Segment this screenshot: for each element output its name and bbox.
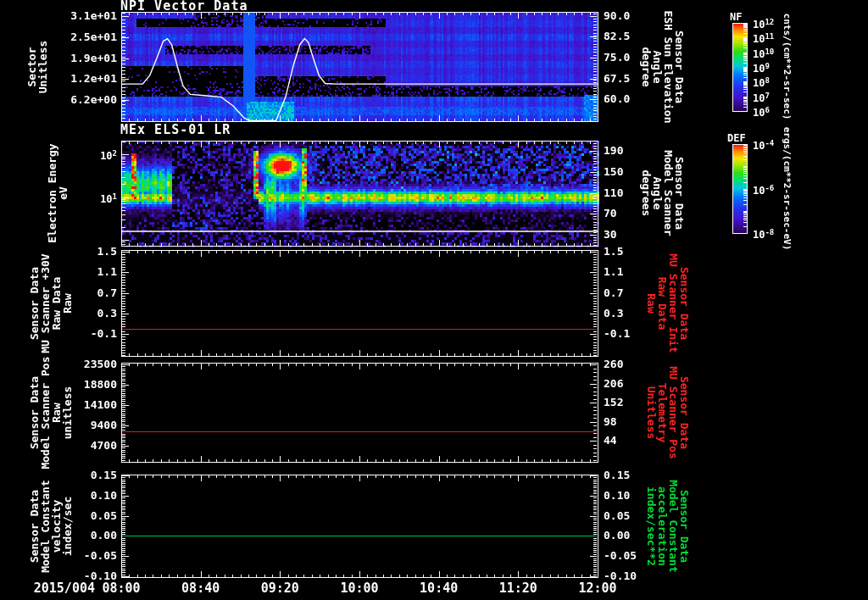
science-plot-screen: NPI Vector Data MEx ELS-01 LR NF DEF 201… (0, 0, 868, 600)
y-tick-label-right: 1.1 (604, 266, 623, 278)
panel2-title: MEx ELS-01 LR (120, 124, 231, 136)
y-tick-label-right: 30 (604, 229, 617, 241)
y-tick-label-right: 1.5 (604, 246, 623, 258)
y-tick-label-right: 150 (604, 166, 623, 178)
colorbar-tick-label: 1011 (753, 31, 774, 42)
axis-label-line: index/sec**2 (646, 454, 657, 598)
axis-label-line: ESH Sun Elevation (663, 0, 674, 139)
x-tick-label: 09:20 (250, 582, 309, 594)
y-tick-label-right: 70 (604, 208, 617, 219)
colorbar-tick-label: 1012 (753, 16, 774, 28)
axis-label-line: degree (641, 0, 652, 139)
y-tick-label-right: 190 (604, 145, 623, 157)
panel-mu-scanner-30v-plot-area (121, 250, 598, 356)
right-axis-title: Sensor DataModel Constantaccelerationind… (646, 454, 690, 598)
y-tick-label-right: 0.00 (604, 530, 630, 542)
axis-label-line: Unitless (37, 0, 48, 139)
axis-label-line: Model Constant (668, 454, 679, 598)
colorbar-tick-label: 10-8 (753, 226, 774, 238)
y-tick-label-right: 110 (604, 187, 623, 199)
panel-els-plot-area (121, 141, 598, 246)
y-tick-label-right: -0.1 (604, 328, 630, 340)
colorbar-tick-label: 10-4 (753, 137, 774, 149)
colorbar-tick-label: 107 (753, 90, 770, 102)
y-tick-label-right: -0.05 (604, 550, 637, 562)
y-tick-label: 102 (88, 147, 117, 159)
colorbar-tick-label: 109 (753, 60, 770, 72)
y-tick-label-right: 260 (604, 358, 623, 370)
colorbar-tick-label: 108 (753, 75, 770, 86)
y-tick-label-right: 44 (604, 435, 617, 447)
y-tick-label: 101 (88, 191, 117, 203)
y-tick-label-right: 152 (604, 397, 623, 408)
y-tick-label-right: 0.15 (604, 469, 630, 481)
panel-model-constant-plot-area (121, 475, 598, 577)
y-tick-label-right: 82.5 (604, 31, 630, 42)
left-axis-title: Sensor DataModel Constantvelocityindex/s… (29, 454, 73, 598)
panel-scanner-pos-plot-area (121, 363, 598, 462)
panel-npi-plot-area (121, 12, 598, 121)
colorbar-nf (732, 23, 747, 111)
left-axis-title: SectorUnitless (26, 0, 48, 139)
x-tick-label: 08:40 (171, 582, 231, 594)
axis-label-line: Sensor Data (679, 454, 690, 598)
x-tick-label: 10:00 (330, 582, 389, 594)
colorbar-def (732, 144, 747, 233)
axis-label-line: acceleration (657, 454, 668, 598)
y-tick-label-right: 75.0 (604, 52, 630, 64)
y-tick-label-right: 98 (604, 416, 617, 428)
y-tick-label-right: 0.05 (604, 510, 630, 522)
right-axis-title: Sensor DataESH Sun ElevationAngledegree (641, 0, 685, 139)
y-tick-label-right: 90.0 (604, 10, 630, 22)
colorbar-tick-label: 1010 (753, 46, 774, 58)
x-tick-label: 12:00 (568, 582, 627, 594)
y-tick-label-right: 206 (604, 378, 623, 390)
y-tick-label-right: 60.0 (604, 93, 630, 105)
x-tick-label: 10:40 (409, 582, 469, 594)
y-tick-label-right: 0.10 (604, 490, 630, 502)
y-tick-label-right: 67.5 (604, 73, 630, 85)
axis-label-line: index/sec (62, 454, 73, 598)
axis-label-line: Sensor Data (674, 0, 685, 139)
colorbar-tick-label: 10-6 (753, 182, 774, 194)
colorbar-units-text: ergs/(cm**2-sr-sec-eV) (782, 86, 793, 290)
y-tick-label-right: 0.7 (604, 287, 623, 299)
panel1-title: NPI Vector Data (120, 0, 248, 12)
x-tick-label: 11:20 (488, 582, 548, 594)
colorbar-def-label: DEF (727, 132, 746, 144)
y-tick-label-right: 0.3 (604, 308, 623, 319)
colorbar-tick-label: 106 (753, 104, 770, 116)
colorbar-units-label: ergs/(cm**2-sr-sec-eV) (782, 86, 793, 290)
x-tick-label: 08:00 (92, 582, 151, 594)
colorbar-nf-label: NF (730, 11, 742, 23)
